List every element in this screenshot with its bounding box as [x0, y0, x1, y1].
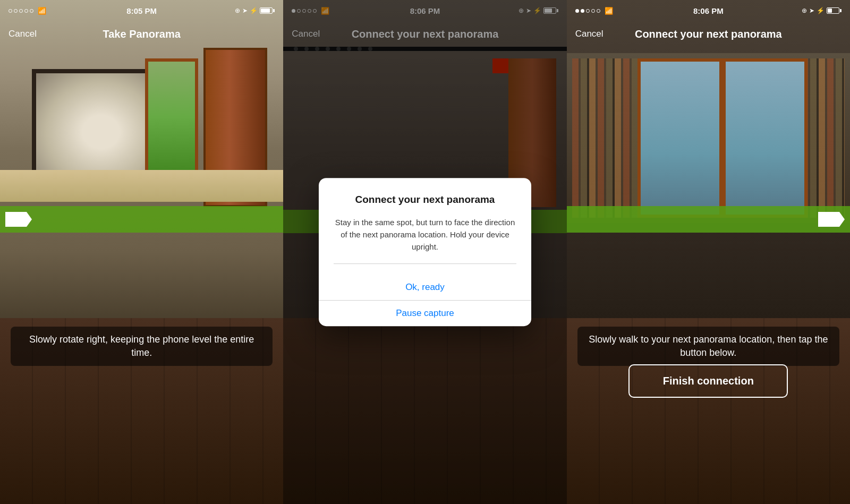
modal-title: Connect your next panorama [334, 194, 516, 206]
location-icon-1: ⊕ [235, 7, 240, 14]
dot-3-1 [575, 9, 579, 13]
status-right-1: ⊕ ➤ ⚡ [235, 7, 275, 14]
panel-1: 📶 8:05 PM ⊕ ➤ ⚡ Cancel Take Panorama Slo… [0, 0, 283, 504]
arrow-indicator-1 [5, 212, 32, 227]
glass-door-3 [722, 58, 808, 218]
arrow-indicator-3 [818, 212, 845, 227]
instruction-text-3: Slowly walk to your next panorama locati… [577, 327, 839, 366]
ok-ready-button[interactable]: Ok, ready [319, 275, 531, 301]
glass-door-3b [638, 58, 722, 218]
signal-dots-3 [575, 9, 600, 13]
dot-3-2 [581, 9, 584, 13]
modal-body: Connect your next panorama Stay in the s… [319, 178, 531, 275]
cancel-button-1[interactable]: Cancel [8, 29, 37, 39]
bluetooth-icon-1: ⚡ [250, 7, 258, 14]
dot-4 [24, 9, 28, 13]
cancel-button-3[interactable]: Cancel [575, 29, 604, 39]
battery-3 [827, 7, 842, 14]
nav-title-1: Take Panorama [103, 28, 180, 40]
status-right-3: ⊕ ➤ ⚡ [802, 7, 842, 14]
wifi-icon-1: 📶 [38, 7, 46, 15]
location-icon-3: ⊕ [802, 7, 807, 14]
nav-bar-1: Cancel Take Panorama [0, 21, 283, 47]
pause-capture-button[interactable]: Pause capture [319, 301, 531, 326]
signal-dots-1 [8, 9, 33, 13]
dot-2 [14, 9, 18, 13]
gps-icon-1: ➤ [242, 7, 248, 14]
time-3: 8:06 PM [693, 6, 724, 15]
dot-1 [8, 9, 12, 13]
nav-title-3: Connect your next panorama [635, 28, 782, 40]
finish-connection-button[interactable]: Finish connection [628, 364, 788, 398]
panel-2: EXIT 📶 8:06 PM ⊕ ➤ ⚡ [283, 0, 566, 504]
wifi-icon-3: 📶 [605, 7, 613, 15]
modal-message: Stay in the same spot, but turn to face … [334, 216, 516, 253]
battery-1 [260, 7, 275, 14]
status-left-1: 📶 [8, 7, 46, 15]
guidance-bar-1 [0, 206, 283, 233]
bluetooth-icon-3: ⚡ [817, 7, 824, 14]
nav-bar-3: Cancel Connect your next panorama [567, 21, 850, 47]
window-1 [145, 58, 198, 175]
dot-3 [19, 9, 23, 13]
modal-dialog: Connect your next panorama Stay in the s… [319, 178, 531, 327]
gps-icon-3: ➤ [809, 7, 814, 14]
guidance-bar-3 [567, 206, 850, 233]
dot-5 [30, 9, 33, 13]
time-1: 8:05 PM [126, 6, 157, 15]
status-left-3: 📶 [575, 7, 613, 15]
status-bar-1: 📶 8:05 PM ⊕ ➤ ⚡ [0, 0, 283, 21]
dot-3-5 [597, 9, 600, 13]
status-bar-3: 📶 8:06 PM ⊕ ➤ ⚡ [567, 0, 850, 21]
dot-3-4 [591, 9, 595, 13]
panel-3: 📶 8:06 PM ⊕ ➤ ⚡ Cancel Connect your next… [567, 0, 850, 504]
instruction-text-1: Slowly rotate right, keeping the phone l… [11, 327, 273, 366]
desk-1 [0, 170, 283, 202]
modal-divider-top [334, 263, 516, 264]
dot-3-3 [586, 9, 590, 13]
